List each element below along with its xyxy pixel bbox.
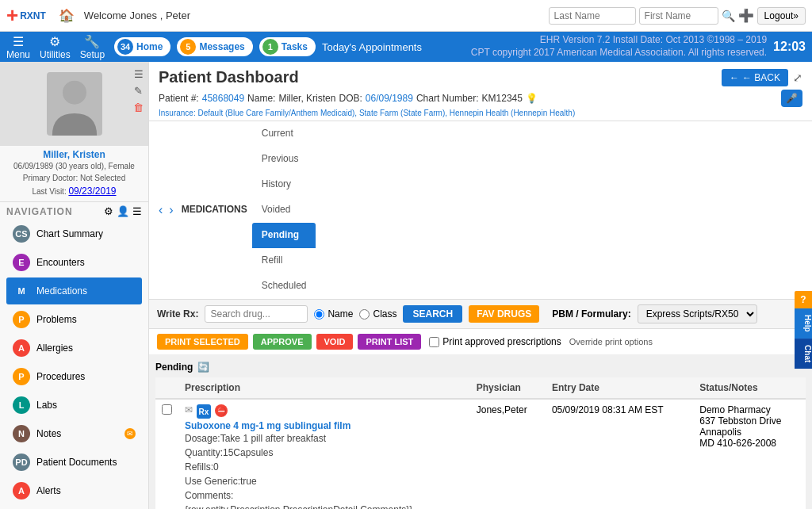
- chat-float-btn[interactable]: Chat: [795, 339, 812, 369]
- first-name-input[interactable]: [639, 7, 718, 25]
- sidebar-item-patient-documents[interactable]: PD Patient Documents: [6, 449, 142, 476]
- tab-refill[interactable]: Refill: [252, 248, 316, 274]
- sidebar-item-alerts[interactable]: A Alerts: [6, 477, 142, 504]
- nav-section-title: NAVIGATION ⚙ 👤 ☰: [6, 205, 142, 217]
- nav-label-alerts: Alerts: [36, 485, 61, 496]
- void-btn[interactable]: VOID: [316, 334, 354, 350]
- nav-label-chart-summary: Chart Summary: [36, 228, 103, 239]
- back-button[interactable]: ← ← BACK: [722, 69, 788, 86]
- print-approved-checkbox[interactable]: [429, 337, 439, 347]
- search-area: 🔍 ➕ Logout»: [549, 7, 806, 25]
- setup-btn[interactable]: 🔧 Setup: [80, 34, 105, 60]
- approve-btn[interactable]: APPROVE: [253, 334, 312, 350]
- sidebar-item-procedures[interactable]: P Procedures: [6, 363, 142, 390]
- appointments-btn[interactable]: Today's Appointments: [322, 41, 422, 53]
- sidebar-menu-icon-btn[interactable]: ☰: [133, 68, 144, 80]
- sidebar-item-encounters[interactable]: E Encounters: [6, 249, 142, 276]
- nav-user-icon-btn[interactable]: 👤: [117, 205, 129, 217]
- search-icon-btn[interactable]: 🔍: [722, 10, 735, 22]
- patient-number-link[interactable]: 45868049: [202, 93, 244, 104]
- help-float-btn[interactable]: Help: [795, 308, 812, 339]
- menu-btn[interactable]: ☰ Menu: [6, 34, 30, 60]
- sidebar-item-medications[interactable]: M Medications: [6, 277, 142, 304]
- tabs-container: CurrentPreviousHistoryVoidedPendingRefil…: [252, 121, 316, 299]
- patient-name-sidebar: Miller, Kristen: [6, 149, 142, 160]
- row-checkbox-0[interactable]: [162, 404, 172, 415]
- class-radio[interactable]: [359, 309, 370, 320]
- print-list-btn[interactable]: PRINT LIST: [358, 334, 421, 350]
- patient-number-label: Patient #:: [159, 93, 199, 104]
- col-entry-date: Entry Date: [546, 377, 693, 399]
- patient-last-visit: Last Visit: 09/23/2019: [6, 184, 142, 198]
- tab-history[interactable]: History: [252, 172, 316, 197]
- nav-label-notes: Notes: [36, 428, 61, 439]
- medications-tabs-row: ‹ › MEDICATIONS CurrentPreviousHistoryVo…: [149, 121, 812, 300]
- table-header-row: Prescription Physician Entry Date Status…: [155, 377, 806, 399]
- nav-label-problems: Problems: [36, 314, 77, 325]
- sidebar-item-notes[interactable]: N Notes ✉: [6, 420, 142, 447]
- tab-scheduled[interactable]: Scheduled: [252, 274, 316, 299]
- patient-dob-link[interactable]: 06/09/1989: [366, 93, 413, 104]
- pbm-label: PBM / Formulary:: [552, 308, 630, 320]
- add-btn[interactable]: ➕: [738, 8, 754, 23]
- pbm-select[interactable]: Express Scripts/RX50: [638, 304, 757, 323]
- utilities-label: Utilities: [40, 49, 71, 60]
- tab-pending[interactable]: Pending: [252, 223, 316, 248]
- home-badge-btn[interactable]: 34 Home: [114, 37, 170, 56]
- refresh-icon[interactable]: 🔄: [197, 362, 209, 373]
- nav-label-patient-documents: Patient Documents: [36, 457, 117, 468]
- class-radio-label[interactable]: Class: [373, 308, 396, 320]
- tabs-prev-nav-btn[interactable]: ‹: [155, 200, 166, 220]
- print-selected-btn[interactable]: PRINT SELECTED: [157, 334, 248, 350]
- patient-name-value: Miller, Kristen: [278, 93, 335, 104]
- last-name-input[interactable]: [549, 7, 636, 25]
- patient-dob-label: DOB:: [339, 93, 362, 104]
- sidebar-item-labs[interactable]: L Labs: [6, 392, 142, 419]
- sidebar-icons: ☰ ✎ 🗑: [133, 68, 144, 113]
- messages-badge-btn[interactable]: 5 Messages: [177, 37, 252, 56]
- sidebar-item-chart-summary[interactable]: CS Chart Summary: [6, 220, 142, 247]
- stop-icon-0: ⛔: [215, 404, 228, 417]
- expand-icon-btn[interactable]: ⤢: [793, 71, 802, 84]
- nav-settings-icon-btn[interactable]: ⚙: [104, 205, 113, 217]
- nav-section: NAVIGATION ⚙ 👤 ☰ CS Chart Summary E Enco…: [0, 202, 148, 509]
- logo-text: RXNT: [20, 10, 46, 21]
- sidebar-item-problems[interactable]: P Problems: [6, 306, 142, 333]
- pending-header: Pending 🔄: [155, 362, 806, 373]
- last-visit-link[interactable]: 09/23/2019: [68, 186, 116, 197]
- sidebar-item-allergies[interactable]: A Allergies: [6, 335, 142, 362]
- tabs-next-nav-btn[interactable]: ›: [166, 200, 176, 220]
- utilities-btn[interactable]: ⚙ Utilities: [40, 34, 71, 60]
- patient-header-info: Patient #: 45868049 Name: Miller, Kriste…: [159, 90, 802, 107]
- name-radio-label[interactable]: Name: [327, 308, 353, 320]
- tab-current[interactable]: Current: [252, 121, 316, 147]
- search-drug-input[interactable]: [205, 305, 308, 323]
- print-approved-checkbox-label[interactable]: Print approved prescriptions: [429, 336, 561, 347]
- nav-circle-allergies: A: [13, 339, 30, 357]
- nav-list-icon-btn[interactable]: ☰: [132, 205, 142, 217]
- messages-label: Messages: [199, 41, 244, 52]
- search-main-btn[interactable]: SEARCH: [403, 305, 462, 323]
- nav-circle-labs: L: [13, 396, 30, 414]
- print-approved-label: Print approved prescriptions: [442, 336, 561, 347]
- fav-drugs-btn[interactable]: FAV DRUGS: [469, 305, 539, 323]
- nav-circle-encounters: E: [13, 254, 30, 271]
- sidebar-edit-icon-btn[interactable]: ✎: [133, 85, 144, 97]
- logout-btn[interactable]: Logout»: [757, 7, 806, 25]
- sidebar-delete-icon-btn[interactable]: 🗑: [133, 101, 144, 113]
- patient-chart-label: Chart Number:: [416, 93, 479, 104]
- info-icon: 💡: [526, 93, 538, 104]
- prescriptions-table: Prescription Physician Entry Date Status…: [155, 377, 806, 509]
- content: Patient Dashboard ← ← BACK ⤢ Patient #: …: [149, 62, 812, 509]
- insurance-row: Insurance: Default (Blue Care Family/Ant…: [159, 109, 802, 117]
- nav-items-container: CS Chart Summary E Encounters M Medicati…: [6, 220, 142, 504]
- patient-chart-value: KM12345: [482, 93, 523, 104]
- help-question-icon[interactable]: ?: [795, 291, 812, 308]
- tasks-badge-btn[interactable]: 1 Tasks: [259, 37, 316, 56]
- microphone-icon-btn[interactable]: 🎤: [781, 90, 802, 107]
- nav-label-medications: Medications: [36, 285, 87, 297]
- row-physician-cell-0: Jones,Peter: [470, 399, 546, 509]
- tab-voided[interactable]: Voided: [252, 197, 316, 223]
- tab-previous[interactable]: Previous: [252, 147, 316, 172]
- name-radio[interactable]: [314, 309, 324, 320]
